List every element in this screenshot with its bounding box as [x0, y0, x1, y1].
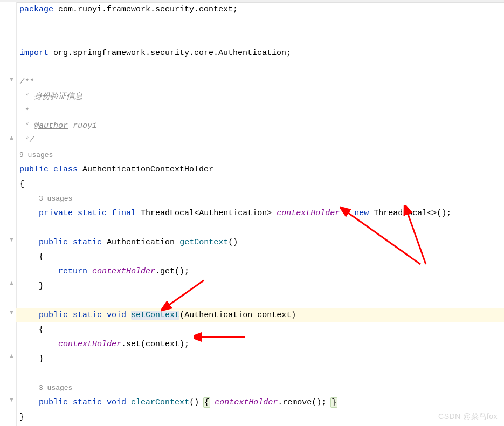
- fold-toggle[interactable]: [0, 393, 16, 407]
- usages-hint[interactable]: 3 usages: [39, 195, 72, 203]
- javadoc-desc: 身份验证信息: [34, 92, 82, 101]
- package-name: com.ruoyi.framework.security.context;: [53, 5, 238, 14]
- field-contextholder: contextHolder: [277, 209, 340, 218]
- brace-open: {: [39, 325, 44, 334]
- usages-hint[interactable]: 9 usages: [19, 151, 53, 159]
- watermark: CSDN @菜鸟fox: [438, 412, 498, 422]
- brace-open: {: [203, 397, 210, 408]
- keyword-package: package: [19, 5, 53, 14]
- import-name: org.springframework.security.core.Authen…: [49, 49, 291, 58]
- field-contextholder: contextHolder: [58, 340, 121, 349]
- brace-close: }: [39, 354, 44, 363]
- class-name: AuthenticationContextHolder: [78, 165, 213, 174]
- method-getcontext: getContext: [179, 238, 228, 247]
- fold-toggle[interactable]: [0, 276, 16, 291]
- fold-toggle[interactable]: [0, 130, 16, 145]
- keyword-void: void: [107, 311, 126, 320]
- keyword-static: static: [73, 311, 102, 320]
- javadoc-author-val: ruoyi: [68, 121, 97, 130]
- keyword-void: void: [107, 398, 126, 407]
- keyword-final: final: [112, 209, 136, 218]
- keyword-static: static: [73, 398, 102, 407]
- javadoc-star: *: [19, 107, 29, 116]
- keyword-return: return: [58, 267, 87, 276]
- keyword-public: public: [39, 238, 68, 247]
- field-contextholder: contextHolder: [215, 398, 278, 407]
- keyword-import: import: [19, 49, 49, 58]
- brace-close: }: [39, 281, 44, 291]
- javadoc-star: *: [19, 121, 34, 130]
- javadoc-star: *: [19, 92, 34, 101]
- brace-open: {: [39, 252, 44, 262]
- keyword-public: public: [39, 398, 68, 407]
- keyword-private: private: [39, 209, 73, 218]
- keyword-new: new: [354, 209, 369, 218]
- call-remove: .remove();: [278, 398, 331, 407]
- call-set: .set(context);: [121, 340, 189, 349]
- type-threadlocal: ThreadLocal: [374, 209, 427, 218]
- method-setcontext: setContext: [131, 311, 179, 320]
- method-clearcontext: clearContext: [131, 398, 189, 407]
- param-context: context: [257, 311, 291, 320]
- type-threadlocal: ThreadLocal: [141, 209, 194, 218]
- type-auth: Authentication: [107, 238, 175, 247]
- keyword-public: public: [19, 165, 49, 174]
- fold-toggle[interactable]: [0, 72, 16, 87]
- brace-open: {: [19, 180, 24, 189]
- field-contextholder: contextHolder: [92, 267, 155, 276]
- javadoc-close: */: [19, 136, 34, 145]
- keyword-static: static: [73, 238, 102, 247]
- brace-close: }: [330, 397, 337, 408]
- keyword-static: static: [78, 209, 107, 218]
- fold-toggle[interactable]: [0, 349, 16, 363]
- javadoc-open: /**: [19, 78, 34, 87]
- code-editor[interactable]: package com.ruoyi.framework.security.con…: [16, 2, 504, 426]
- fold-toggle[interactable]: [0, 305, 16, 320]
- usages-hint[interactable]: 3 usages: [39, 384, 72, 392]
- fold-toggle[interactable]: [0, 232, 16, 247]
- call-get: .get();: [155, 267, 189, 276]
- keyword-class: class: [53, 165, 78, 174]
- type-auth: Authentication: [199, 209, 267, 218]
- brace-close: }: [19, 413, 24, 422]
- keyword-public: public: [39, 311, 68, 320]
- javadoc-author-tag: @author: [34, 121, 68, 130]
- type-auth: Authentication: [184, 311, 252, 320]
